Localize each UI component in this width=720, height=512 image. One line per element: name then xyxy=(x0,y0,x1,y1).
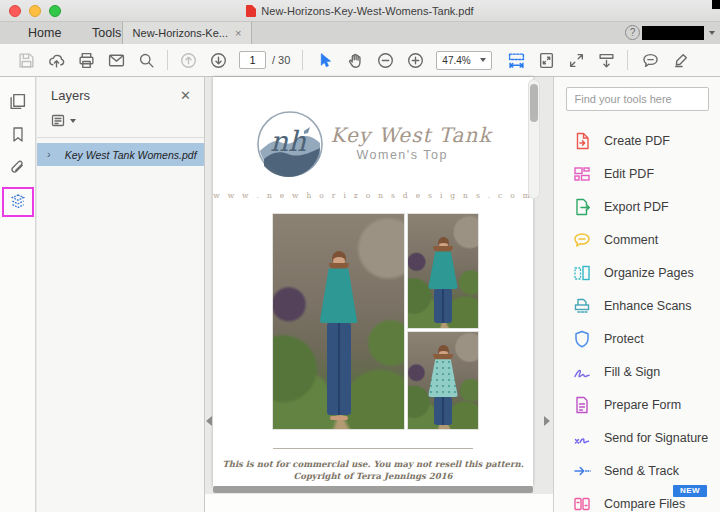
send-signature-icon xyxy=(573,429,591,447)
panel-divider xyxy=(37,137,204,138)
enhance-scans-icon xyxy=(573,297,591,315)
comment-tool-icon[interactable] xyxy=(642,52,659,69)
copyright-text: Copyright of Terra Jennings 2016 xyxy=(213,470,533,482)
layers-panel: Layers ✕ › Key West Tank Womens.pdf xyxy=(37,77,205,512)
window-title-bar: New-Horizons-Key-West-Womens-Tank.pdf xyxy=(0,0,720,22)
tab-bar: Home Tools New-Horizons-Ke... × ? xyxy=(0,22,720,44)
photo-collage xyxy=(272,213,479,430)
photo-front-crop xyxy=(407,213,479,329)
minimize-window-button[interactable] xyxy=(29,5,41,17)
zoom-window-button[interactable] xyxy=(49,5,61,17)
zoom-in-icon[interactable] xyxy=(407,52,424,69)
window-controls xyxy=(9,5,61,17)
pdf-page[interactable]: nh Key West Tank Women's Top w w w . n e… xyxy=(213,77,533,486)
tool-item-organize-pages[interactable]: Organize Pages xyxy=(554,256,720,289)
read-mode-icon[interactable] xyxy=(598,52,615,69)
tools-panel: Create PDF Edit PDF Export PDF Comment xyxy=(553,77,720,512)
protect-icon xyxy=(573,330,591,348)
select-tool-icon[interactable] xyxy=(317,52,334,69)
edit-pdf-icon xyxy=(573,165,591,183)
tool-item-enhance-scans[interactable]: Enhance Scans xyxy=(554,289,720,322)
toolbar-divider xyxy=(302,50,303,70)
photo-back-view xyxy=(407,331,479,430)
close-panel-icon[interactable]: ✕ xyxy=(180,88,191,103)
tool-item-fill-sign[interactable]: Fill & Sign xyxy=(554,355,720,388)
previous-page-icon[interactable] xyxy=(180,52,197,69)
fit-width-icon[interactable] xyxy=(508,52,525,69)
zoom-level-dropdown[interactable]: 47.4% xyxy=(436,51,492,70)
pattern-title: Key West Tank xyxy=(330,123,491,147)
export-pdf-icon xyxy=(573,198,591,216)
toolbar-divider xyxy=(627,50,628,70)
search-icon[interactable] xyxy=(138,52,155,69)
tool-item-create-pdf[interactable]: Create PDF xyxy=(554,124,720,157)
save-icon[interactable] xyxy=(18,52,35,69)
share-upload-icon[interactable] xyxy=(48,52,65,69)
new-feature-badge: NEW xyxy=(673,485,707,497)
organize-pages-icon xyxy=(573,264,591,282)
vertical-scrollbar-thumb[interactable] xyxy=(530,84,538,122)
layers-options-button[interactable] xyxy=(51,114,204,128)
window-title: New-Horizons-Key-West-Womens-Tank.pdf xyxy=(261,5,473,17)
close-window-button[interactable] xyxy=(9,5,21,17)
chevron-down-icon[interactable] xyxy=(709,31,715,35)
page-thumbnails-icon xyxy=(9,93,26,110)
fill-sign-icon xyxy=(573,363,591,381)
left-navigation-rail xyxy=(0,77,36,512)
document-pane-footer xyxy=(205,494,553,512)
tool-item-protect[interactable]: Protect xyxy=(554,322,720,355)
close-tab-icon[interactable]: × xyxy=(235,27,241,39)
website-url: w w w . n e w h o r i z o n s d e s i g … xyxy=(213,191,533,200)
tool-item-send-track[interactable]: Send & Track xyxy=(554,454,720,487)
previous-page-arrow-icon[interactable] xyxy=(206,416,212,426)
email-icon[interactable] xyxy=(108,52,125,69)
page-count-label: / 30 xyxy=(272,54,290,66)
layers-button[interactable] xyxy=(7,191,29,213)
tool-item-comment[interactable]: Comment xyxy=(554,223,720,256)
tool-item-export-pdf[interactable]: Export PDF xyxy=(554,190,720,223)
tool-item-send-for-signature[interactable]: Send for Signature xyxy=(554,421,720,454)
zoom-out-icon[interactable] xyxy=(377,52,394,69)
layers-icon xyxy=(9,193,27,211)
annotation-highlight-box xyxy=(2,187,34,217)
license-text: This is not for commercial use. You may … xyxy=(213,458,533,470)
expand-layer-icon[interactable]: › xyxy=(47,148,51,160)
next-page-icon[interactable] xyxy=(210,52,227,69)
layer-item-label: Key West Tank Womens.pdf xyxy=(65,149,197,161)
tools-search-input[interactable] xyxy=(566,87,709,111)
redaction-mark xyxy=(712,0,720,9)
send-track-icon xyxy=(573,462,591,480)
comment-icon xyxy=(573,231,591,249)
attachments-button[interactable] xyxy=(7,156,29,178)
tab-home[interactable]: Home xyxy=(28,22,61,44)
prepare-form-icon xyxy=(573,396,591,414)
highlighter-icon[interactable] xyxy=(672,52,689,69)
horizontal-scrollbar-thumb[interactable] xyxy=(213,486,533,493)
toolbar-divider xyxy=(167,50,168,70)
tool-item-prepare-form[interactable]: Prepare Form xyxy=(554,388,720,421)
chevron-down-icon xyxy=(480,58,486,62)
layers-panel-title: Layers xyxy=(51,88,90,103)
help-button[interactable]: ? xyxy=(625,25,640,40)
vertical-scrollbar[interactable] xyxy=(528,79,540,199)
hand-tool-icon[interactable] xyxy=(347,52,364,69)
redacted-account-name[interactable] xyxy=(642,26,704,40)
main-toolbar: / 30 47.4% xyxy=(0,44,720,77)
bookmarks-button[interactable] xyxy=(7,123,29,145)
bookmarks-icon xyxy=(10,126,26,143)
fullscreen-icon[interactable] xyxy=(568,52,585,69)
pattern-subtitle: Women's Top xyxy=(356,148,491,162)
tab-document[interactable]: New-Horizons-Ke... × xyxy=(122,22,252,44)
compare-files-icon xyxy=(573,495,591,512)
fit-page-icon[interactable] xyxy=(538,52,555,69)
page-thumbnails-button[interactable] xyxy=(7,90,29,112)
acrobat-doc-icon xyxy=(246,5,256,17)
next-page-arrow-icon[interactable] xyxy=(544,416,550,426)
page-number-input[interactable] xyxy=(239,51,266,69)
tab-document-label: New-Horizons-Ke... xyxy=(133,27,228,39)
tab-tools[interactable]: Tools xyxy=(92,22,121,44)
layer-item-row[interactable]: › Key West Tank Womens.pdf xyxy=(37,143,204,166)
tool-item-edit-pdf[interactable]: Edit PDF xyxy=(554,157,720,190)
svg-text:nh: nh xyxy=(270,125,307,158)
print-icon[interactable] xyxy=(78,52,95,69)
